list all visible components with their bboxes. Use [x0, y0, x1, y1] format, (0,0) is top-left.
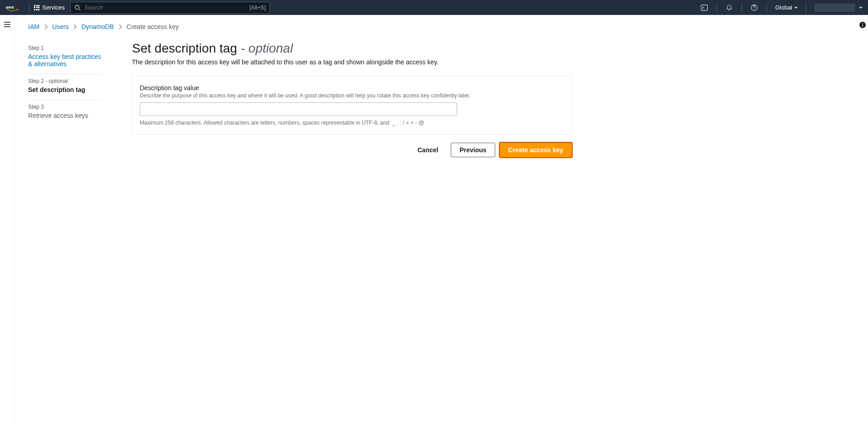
- wizard-main: Set description tag - optional The descr…: [132, 41, 572, 157]
- page-title: Set description tag - optional: [132, 41, 572, 56]
- step-number-text: Step 2: [28, 78, 44, 84]
- aws-logo[interactable]: aws: [5, 4, 19, 11]
- step-title: Set description tag: [28, 86, 103, 93]
- chevron-right-icon: [73, 24, 77, 29]
- divider: [766, 3, 767, 12]
- main-content: IAM Users DynamoDB Create access key Ste…: [15, 15, 857, 425]
- step-number: Step 1: [28, 45, 103, 51]
- top-nav: aws Services [Alt+S]: [0, 0, 868, 15]
- step-title: Retrieve access keys: [28, 112, 103, 119]
- info-icon: [859, 21, 866, 29]
- page-subtitle: The description for this access key will…: [132, 58, 572, 66]
- field-description: Describe the purpose of this access key …: [140, 92, 564, 99]
- region-selector[interactable]: Global: [771, 4, 801, 11]
- wizard-layout: Step 1 Access key best practices & alter…: [28, 41, 841, 157]
- svg-line-2: [78, 9, 80, 10]
- cloudshell-icon: [701, 4, 708, 11]
- cancel-button[interactable]: Cancel: [410, 143, 447, 157]
- previous-button[interactable]: Previous: [451, 143, 495, 157]
- bell-icon: [726, 4, 733, 11]
- svg-point-1: [75, 5, 79, 9]
- right-rail: [857, 15, 868, 425]
- step-optional: - optional: [44, 78, 68, 84]
- services-grid-icon: [34, 5, 39, 10]
- step-title[interactable]: Access key best practices & alternatives: [28, 53, 103, 68]
- help-button[interactable]: [746, 0, 762, 15]
- form-panel: Description tag value Describe the purpo…: [132, 76, 572, 135]
- region-label: Global: [775, 4, 792, 11]
- wizard-steps: Step 1 Access key best practices & alter…: [28, 41, 103, 126]
- title-optional: - optional: [241, 41, 293, 55]
- divider: [806, 3, 806, 12]
- services-label: Services: [42, 4, 65, 11]
- svg-text:aws: aws: [6, 4, 14, 9]
- account-menu[interactable]: [814, 4, 855, 12]
- wizard-step-1: Step 1 Access key best practices & alter…: [28, 41, 103, 74]
- svg-point-5: [754, 9, 755, 9]
- info-panel-toggle[interactable]: [859, 21, 866, 425]
- search-shortcut: [Alt+S]: [249, 5, 266, 11]
- step-number: Step 2 - optional: [28, 78, 103, 84]
- hamburger-icon: [4, 21, 11, 28]
- breadcrumb-iam[interactable]: IAM: [28, 23, 39, 30]
- breadcrumb-user[interactable]: DynamoDB: [81, 23, 114, 30]
- chevron-down-icon: [859, 7, 863, 9]
- notifications-button[interactable]: [722, 0, 737, 15]
- search-input[interactable]: [84, 4, 246, 11]
- title-text: Set description tag: [132, 41, 241, 55]
- help-icon: [751, 4, 758, 11]
- services-button[interactable]: Services: [34, 4, 65, 11]
- divider: [29, 3, 29, 12]
- left-rail: [0, 15, 15, 425]
- top-nav-right: Global: [697, 0, 863, 15]
- field-label: Description tag value: [140, 84, 564, 92]
- wizard-actions: Cancel Previous Create access key: [132, 143, 572, 157]
- aws-logo-icon: aws: [5, 4, 19, 11]
- side-nav-toggle[interactable]: [4, 21, 11, 425]
- create-access-key-button[interactable]: Create access key: [500, 143, 572, 157]
- app-body: IAM Users DynamoDB Create access key Ste…: [0, 15, 868, 425]
- chevron-right-icon: [44, 24, 48, 29]
- divider: [717, 3, 717, 12]
- chevron-down-icon: [794, 7, 798, 9]
- search-icon: [74, 5, 81, 11]
- chevron-right-icon: [118, 24, 122, 29]
- svg-rect-10: [862, 24, 863, 27]
- description-tag-input[interactable]: [140, 102, 457, 116]
- svg-point-11: [862, 23, 863, 24]
- wizard-step-2: Step 2 - optional Set description tag: [28, 74, 103, 100]
- breadcrumb-current: Create access key: [127, 23, 179, 30]
- divider: [741, 3, 742, 12]
- breadcrumb: IAM Users DynamoDB Create access key: [28, 23, 841, 30]
- cloudshell-button[interactable]: [697, 0, 712, 15]
- step-number: Step 3: [28, 104, 103, 110]
- field-hint: Maximum 256 characters. Allowed characte…: [140, 120, 564, 126]
- search-box[interactable]: [Alt+S]: [70, 2, 270, 14]
- breadcrumb-users[interactable]: Users: [52, 23, 69, 30]
- wizard-step-3: Step 3 Retrieve access keys: [28, 100, 103, 126]
